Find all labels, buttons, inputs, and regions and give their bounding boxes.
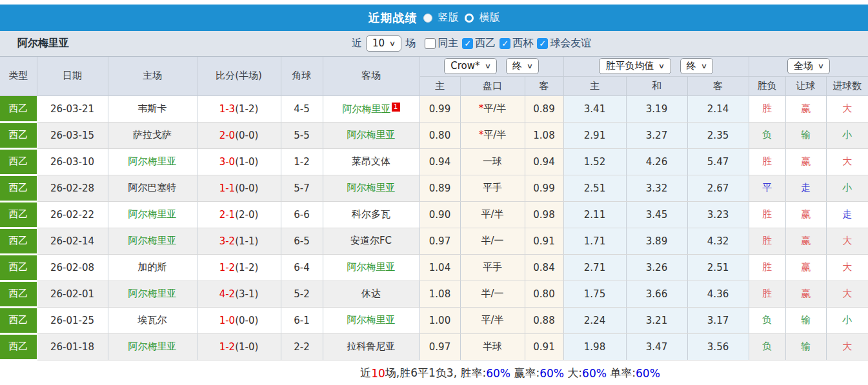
checkbox[interactable]: ✓ [500, 38, 510, 49]
home-team-cell[interactable]: 阿尔梅里亚 [108, 201, 197, 228]
radio-vertical-layout[interactable] [423, 14, 432, 23]
odds-away-cell: 1.08 [525, 122, 563, 148]
mean-home-cell: 3.41 [563, 95, 626, 122]
sub-header-handicap-result: 让球 [785, 76, 826, 95]
league-cell: 西乙 [0, 201, 37, 228]
away-team-cell[interactable]: 安道尔FC [323, 228, 419, 254]
away-team-cell[interactable]: 拉科鲁尼亚 [323, 333, 419, 360]
away-team[interactable]: 阿尔梅里亚 [343, 103, 391, 115]
mean-home-cell: 2.91 [563, 122, 626, 148]
score-cell: 3-0(1-0) [197, 148, 281, 175]
home-team-cell[interactable]: 阿尔梅里亚 [108, 228, 197, 254]
score-fulltime: 2-0 [219, 130, 236, 141]
away-team[interactable]: 拉科鲁尼亚 [347, 341, 396, 352]
away-team-cell[interactable]: 阿尔梅里亚 [323, 254, 419, 281]
score-cell: 1-1(0-0) [197, 175, 281, 201]
checkbox[interactable] [425, 38, 436, 49]
fulltime-value: 全场 [794, 59, 813, 73]
match-count-select[interactable]: 10 ∨ [366, 35, 401, 52]
corners-cell: 6-4 [281, 254, 323, 281]
home-team[interactable]: 萨拉戈萨 [133, 129, 172, 141]
result-wdl-cell: 负 [749, 333, 785, 360]
odds-state-select[interactable]: 终 ∨ [506, 58, 539, 74]
away-team[interactable]: 安道尔FC [350, 235, 392, 246]
odds-home-cell: 0.97 [419, 333, 460, 360]
league-cell: 西乙 [0, 333, 37, 360]
handicap-text: 平/半 [481, 208, 503, 220]
away-team-cell[interactable]: 休达 [323, 281, 419, 307]
home-team[interactable]: 加的斯 [138, 261, 167, 273]
home-team-cell[interactable]: 萨拉戈萨 [108, 122, 197, 148]
home-team[interactable]: 阿尔梅里亚 [128, 208, 177, 220]
away-team-cell[interactable]: 阿尔梅里亚 [323, 307, 419, 333]
home-team-cell[interactable]: 韦斯卡 [108, 95, 197, 122]
checkbox-label[interactable]: 西乙 [475, 37, 496, 50]
mean-select[interactable]: 胜平负均值 ∨ [599, 58, 671, 74]
home-team[interactable]: 韦斯卡 [138, 103, 167, 114]
result-handicap-cell: 赢 [785, 148, 826, 175]
home-team-cell[interactable]: 加的斯 [108, 254, 197, 281]
away-team-cell[interactable]: 莱昂文体 [323, 148, 419, 175]
score-halftime: (1-2) [235, 262, 258, 273]
mean-away-cell: 2.67 [687, 175, 749, 201]
home-team[interactable]: 阿尔梅里亚 [128, 288, 177, 299]
home-team-cell[interactable]: 阿尔梅里亚 [108, 281, 197, 307]
home-team-cell[interactable]: 阿尔梅里亚 [108, 333, 197, 360]
away-team-cell[interactable]: 阿尔梅里亚 [323, 122, 419, 148]
away-team-cell[interactable]: 阿尔梅里亚1 [323, 95, 419, 122]
checkbox[interactable]: ✓ [462, 38, 473, 49]
checkbox-label[interactable]: 西杯 [512, 37, 533, 50]
checkbox-label[interactable]: 同主 [438, 37, 458, 50]
mean-draw-cell: 4.26 [626, 148, 687, 175]
odds-away-cell: 0.80 [525, 281, 563, 307]
corners-cell: 5-5 [281, 122, 323, 148]
results-table: 类型 日期 主场 比分(半场) 角球 客场 Crow* ∨ 终 ∨ [0, 57, 868, 361]
score-halftime: (2-0) [235, 209, 258, 221]
score-fulltime: 4-2 [219, 288, 236, 300]
checkbox[interactable]: ✓ [537, 38, 548, 49]
home-team[interactable]: 阿尔梅里亚 [128, 155, 177, 167]
home-team[interactable]: 阿尔梅里亚 [128, 235, 177, 246]
mean-state-select[interactable]: 终 ∨ [680, 58, 713, 74]
near-label: 近 [352, 37, 362, 50]
home-team[interactable]: 阿尔梅里亚 [128, 341, 177, 352]
chevron-down-icon: ∨ [484, 59, 490, 73]
radio-horizontal-layout[interactable] [465, 14, 474, 23]
handicap-cell: 一球 [460, 148, 525, 175]
chevron-down-icon: ∨ [389, 37, 396, 50]
header-group-row: 类型 日期 主场 比分(半场) 角球 客场 Crow* ∨ 终 ∨ [0, 57, 868, 76]
bookmaker-select[interactable]: Crow* ∨ [444, 58, 496, 74]
score-cell: 1-2(1-0) [197, 333, 281, 360]
away-team[interactable]: 科尔多瓦 [352, 208, 390, 220]
mean-away-cell: 4.36 [687, 281, 749, 307]
date-cell: 26-01-18 [37, 333, 108, 360]
home-team-cell[interactable]: 阿尔梅里亚 [108, 148, 197, 175]
date-cell: 26-02-28 [37, 175, 108, 201]
radio-horizontal-label[interactable]: 横版 [479, 11, 500, 25]
home-team-cell[interactable]: 阿尔巴塞特 [108, 175, 197, 201]
result-handicap-cell: 输 [785, 307, 826, 333]
table-row: 西乙 26-01-25 埃瓦尔 1-0(0-0) 6-1 阿尔梅里亚 1.00 … [0, 307, 868, 333]
score-fulltime: 1-3 [219, 103, 236, 115]
mean-draw-cell: 3.47 [626, 333, 687, 360]
away-team[interactable]: 休达 [361, 288, 381, 299]
result-wdl-cell: 胜 [749, 254, 785, 281]
away-team[interactable]: 阿尔梅里亚 [347, 314, 396, 326]
away-team[interactable]: 莱昂文体 [352, 155, 390, 167]
result-goals-cell: 大 [826, 95, 868, 122]
home-team-cell[interactable]: 埃瓦尔 [108, 307, 197, 333]
score-fulltime: 1-1 [219, 183, 236, 194]
away-team-cell[interactable]: 阿尔梅里亚 [323, 175, 419, 201]
checkbox-label[interactable]: 球会友谊 [550, 37, 591, 50]
away-team-cell[interactable]: 科尔多瓦 [323, 201, 419, 228]
fulltime-select[interactable]: 全场 ∨ [787, 58, 830, 74]
home-team[interactable]: 阿尔巴塞特 [128, 182, 177, 193]
summary-segment: 60% [636, 367, 660, 380]
table-row: 西乙 26-03-10 阿尔梅里亚 3-0(1-0) 1-2 莱昂文体 0.94… [0, 148, 868, 175]
away-team[interactable]: 阿尔梅里亚 [347, 129, 396, 141]
home-team[interactable]: 埃瓦尔 [138, 314, 167, 326]
radio-vertical-label[interactable]: 竖版 [438, 11, 459, 25]
away-team[interactable]: 阿尔梅里亚 [347, 182, 396, 193]
sub-header-wdl: 胜负 [749, 76, 785, 95]
away-team[interactable]: 阿尔梅里亚 [347, 261, 396, 273]
